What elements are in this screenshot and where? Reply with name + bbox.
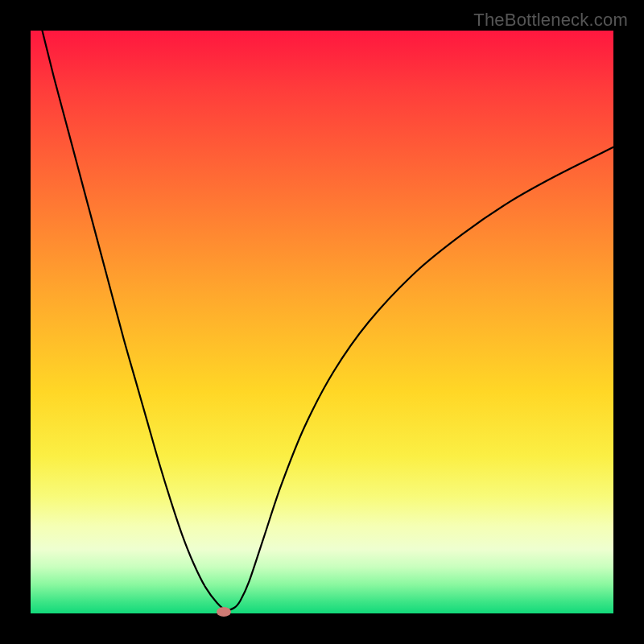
attribution-text: TheBottleneck.com — [473, 10, 628, 31]
bottleneck-curve — [31, 0, 613, 610]
plot-area — [31, 31, 613, 613]
chart-stage: TheBottleneck.com — [0, 0, 644, 644]
curve-svg — [31, 31, 613, 613]
optimum-marker — [217, 607, 231, 617]
